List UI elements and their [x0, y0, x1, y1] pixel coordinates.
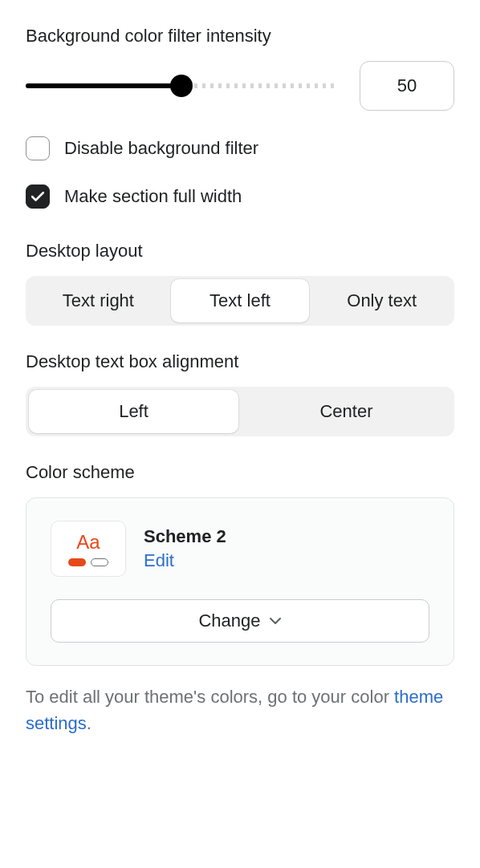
- color-scheme-edit-link[interactable]: Edit: [144, 550, 226, 571]
- desktop-layout-label: Desktop layout: [26, 241, 454, 262]
- swatch-sample-text: Aa: [76, 531, 100, 554]
- swatch-pill-outline: [91, 558, 108, 566]
- desktop-layout-option[interactable]: Text left: [171, 279, 310, 322]
- full-width-checkbox[interactable]: [26, 185, 50, 209]
- desktop-align-label: Desktop text box alignment: [26, 351, 454, 372]
- disable-filter-label: Disable background filter: [64, 138, 258, 159]
- check-icon: [31, 192, 44, 201]
- color-scheme-label: Color scheme: [26, 462, 454, 483]
- color-scheme-card: Aa Scheme 2 Edit Change: [26, 497, 454, 666]
- color-scheme-name: Scheme 2: [144, 526, 226, 547]
- desktop-align-segmented: LeftCenter: [26, 387, 454, 436]
- full-width-label: Make section full width: [64, 186, 242, 207]
- desktop-layout-option[interactable]: Only text: [312, 279, 451, 322]
- desktop-align-option[interactable]: Left: [29, 390, 238, 433]
- swatch-pill-solid: [68, 558, 86, 566]
- help-prefix: To edit all your theme's colors, go to y…: [26, 687, 394, 707]
- chevron-down-icon: [269, 617, 282, 625]
- desktop-align-option[interactable]: Center: [242, 390, 451, 433]
- intensity-label: Background color filter intensity: [26, 26, 454, 47]
- help-suffix: .: [87, 713, 92, 733]
- desktop-layout-option[interactable]: Text right: [29, 279, 168, 322]
- color-scheme-swatch: Aa: [51, 521, 126, 577]
- color-scheme-change-button[interactable]: Change: [51, 599, 429, 643]
- slider-thumb[interactable]: [170, 75, 193, 97]
- slider-fill: [26, 83, 181, 88]
- intensity-slider[interactable]: [26, 75, 337, 97]
- change-button-label: Change: [198, 610, 260, 631]
- swatch-pills: [68, 558, 108, 566]
- color-scheme-help-text: To edit all your theme's colors, go to y…: [26, 683, 454, 736]
- intensity-input[interactable]: [360, 61, 454, 111]
- disable-filter-checkbox[interactable]: [26, 136, 50, 160]
- desktop-layout-segmented: Text rightText leftOnly text: [26, 276, 454, 326]
